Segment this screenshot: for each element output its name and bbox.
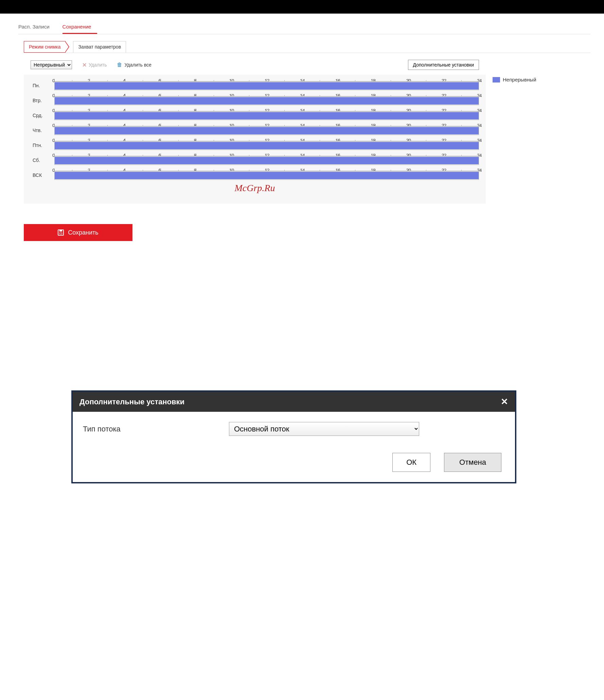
trash-icon: 🗑 bbox=[117, 62, 122, 68]
advanced-settings-button[interactable]: Дополнительные установки bbox=[408, 60, 479, 70]
save-icon bbox=[58, 229, 64, 236]
subtab-capture-params[interactable]: Захват параметров bbox=[73, 41, 126, 53]
ok-button[interactable]: ОК bbox=[392, 453, 430, 472]
day-label: Срд. bbox=[31, 113, 54, 120]
tab-recording-schedule[interactable]: Расп. Записи bbox=[18, 20, 56, 34]
schedule-bar[interactable] bbox=[54, 126, 479, 135]
delete-all-label: Удалить все bbox=[124, 62, 151, 68]
schedule-bar[interactable] bbox=[54, 156, 479, 165]
legend-label: Непрерывный bbox=[503, 77, 536, 82]
schedule-bar[interactable] bbox=[54, 141, 479, 150]
stream-type-select[interactable]: Основной поток bbox=[229, 422, 419, 436]
schedule-grid: Пн.024681012141618202224Втр.024681012141… bbox=[24, 75, 486, 204]
day-label: Втр. bbox=[31, 98, 54, 105]
tab-storage[interactable]: Сохранение bbox=[63, 20, 97, 34]
day-label: Пн. bbox=[31, 83, 54, 90]
main-tabs: Расп. Записи Сохранение bbox=[18, 20, 590, 34]
day-timeline[interactable]: 024681012141618202224 bbox=[54, 153, 479, 165]
schedule-row: Пн.024681012141618202224 bbox=[31, 78, 479, 90]
delete-button: ✕ Удалить bbox=[82, 62, 107, 68]
day-timeline[interactable]: 024681012141618202224 bbox=[54, 78, 479, 90]
day-timeline[interactable]: 024681012141618202224 bbox=[54, 93, 479, 105]
legend-continuous: Непрерывный bbox=[493, 77, 536, 82]
day-timeline[interactable]: 024681012141618202224 bbox=[54, 108, 479, 120]
cancel-button[interactable]: Отмена bbox=[444, 453, 501, 472]
schedule-row: Срд.024681012141618202224 bbox=[31, 108, 479, 120]
day-label: Птн. bbox=[31, 143, 54, 150]
mode-select[interactable]: Непрерывный bbox=[31, 60, 72, 69]
delete-label: Удалить bbox=[89, 62, 107, 68]
schedule-row: ВСК024681012141618202224 bbox=[31, 168, 479, 180]
sub-tabs: Режим снимка Захват параметров bbox=[24, 41, 590, 53]
advanced-settings-dialog: Дополнительные установки ✕ Тип потока Ос… bbox=[71, 390, 516, 483]
day-label: Сб. bbox=[31, 158, 54, 165]
day-timeline[interactable]: 024681012141618202224 bbox=[54, 138, 479, 150]
close-icon[interactable]: ✕ bbox=[501, 397, 508, 407]
delete-all-button[interactable]: 🗑 Удалить все bbox=[117, 62, 151, 68]
subtab-snapshot-mode[interactable]: Режим снимка bbox=[24, 41, 66, 53]
day-timeline[interactable]: 024681012141618202224 bbox=[54, 123, 479, 135]
day-label: Чтв. bbox=[31, 128, 54, 135]
schedule-bar[interactable] bbox=[54, 81, 479, 90]
save-label: Сохранить bbox=[68, 229, 98, 236]
schedule-row: Чтв.024681012141618202224 bbox=[31, 123, 479, 135]
legend-swatch bbox=[493, 77, 500, 82]
x-icon: ✕ bbox=[82, 62, 87, 68]
schedule-row: Птн.024681012141618202224 bbox=[31, 138, 479, 150]
schedule-row: Втр.024681012141618202224 bbox=[31, 93, 479, 105]
schedule-row: Сб.024681012141618202224 bbox=[31, 153, 479, 165]
schedule-toolbar: Непрерывный ✕ Удалить 🗑 Удалить все Допо… bbox=[31, 60, 486, 70]
watermark: McGrp.Ru bbox=[31, 183, 479, 194]
schedule-bar[interactable] bbox=[54, 111, 479, 120]
dialog-title: Дополнительные установки bbox=[79, 398, 184, 406]
dialog-header: Дополнительные установки ✕ bbox=[73, 392, 515, 412]
top-black-bar bbox=[0, 0, 604, 14]
save-button[interactable]: Сохранить bbox=[24, 224, 132, 241]
schedule-bar[interactable] bbox=[54, 96, 479, 105]
day-label: ВСК bbox=[31, 172, 54, 180]
schedule-bar[interactable] bbox=[54, 171, 479, 180]
stream-type-label: Тип потока bbox=[83, 425, 226, 434]
day-timeline[interactable]: 024681012141618202224 bbox=[54, 168, 479, 180]
